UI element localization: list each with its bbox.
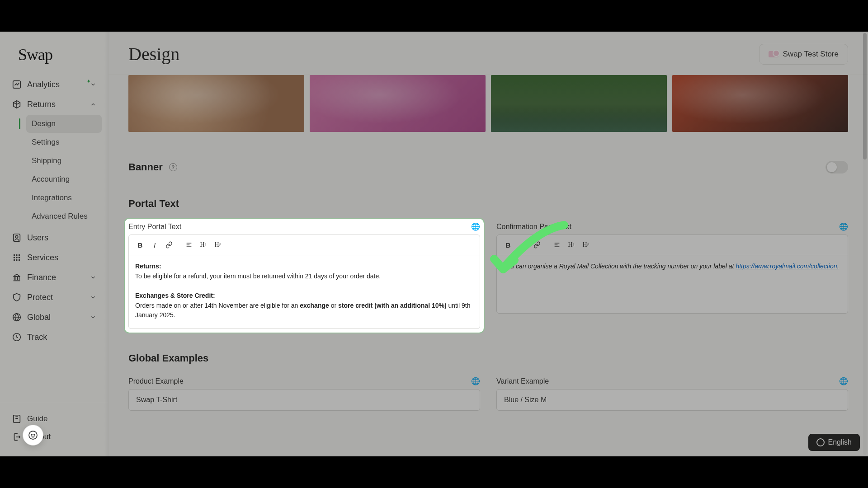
page-title: Design — [128, 43, 179, 65]
sidebar: Swap Analytics Returns — [0, 32, 108, 456]
main-content: Design Swap Test Store Banner ? Portal T… — [108, 32, 868, 456]
product-example-column: Product Example 🌐 — [128, 377, 480, 411]
exchanges-text: Orders made on or after 14th November ar… — [135, 302, 300, 309]
footer-logout[interactable]: Logout — [6, 428, 102, 446]
svg-point-23 — [34, 434, 35, 435]
scrollbar[interactable] — [863, 33, 867, 455]
field-label: Product Example — [128, 377, 184, 385]
globe-icon — [12, 312, 22, 322]
chevron-down-icon — [90, 294, 96, 300]
primary-nav: Analytics Returns Design Set — [0, 75, 108, 347]
field-label: Confirmation Page Text — [496, 223, 571, 231]
subnav-shipping[interactable]: Shipping — [26, 152, 102, 170]
h1-button[interactable]: H1 — [197, 239, 210, 251]
svg-point-7 — [16, 257, 18, 258]
banner-toggle[interactable] — [826, 161, 848, 174]
nav-label: Global — [27, 313, 85, 322]
guide-icon — [12, 414, 22, 424]
svg-point-4 — [16, 254, 18, 256]
banner-image[interactable] — [491, 75, 667, 132]
services-icon — [12, 253, 22, 263]
translate-icon[interactable]: 🌐 — [839, 377, 848, 385]
product-example-input[interactable] — [128, 389, 480, 411]
nav-users[interactable]: Users — [6, 228, 102, 247]
returns-body: To be eligible for a refund, your item m… — [135, 272, 381, 280]
sidebar-footer: Guide Logout — [0, 402, 108, 456]
nav-label: Analytics — [27, 80, 85, 89]
returns-heading: Returns: — [135, 263, 161, 270]
svg-point-5 — [19, 254, 20, 256]
nav-finance[interactable]: Finance — [6, 268, 102, 287]
section-title: Banner — [128, 161, 163, 173]
nav-label: Track — [27, 333, 96, 342]
store-label: Swap Test Store — [783, 50, 839, 59]
subnav-integrations[interactable]: Integrations — [26, 189, 102, 207]
editor-content[interactable]: You can organise a Royal Mail Collection… — [497, 255, 848, 313]
confirmation-editor[interactable]: B I H1 H2 You can organise a Royal Mail … — [496, 235, 848, 314]
italic-button[interactable]: I — [148, 239, 161, 251]
banner-images — [128, 75, 848, 132]
subnav-accounting[interactable]: Accounting — [26, 170, 102, 188]
svg-point-10 — [16, 259, 18, 261]
banner-section-header: Banner ? — [128, 148, 848, 178]
nav-label: Users — [27, 233, 96, 243]
link-button[interactable] — [162, 239, 176, 251]
banner-image[interactable] — [310, 75, 486, 132]
h1-button[interactable]: H1 — [565, 239, 578, 251]
nav-global[interactable]: Global — [6, 308, 102, 327]
variant-example-input[interactable] — [496, 389, 848, 411]
logout-icon — [12, 432, 22, 442]
portal-text-section-header: Portal Text — [128, 178, 848, 214]
subnav-design[interactable]: Design — [26, 115, 102, 133]
svg-point-8 — [19, 257, 20, 258]
h2-button[interactable]: H2 — [579, 239, 593, 251]
confirmation-text-column: Confirmation Page Text 🌐 B I H1 H2 — [496, 222, 848, 329]
svg-point-9 — [14, 259, 15, 261]
h2-button[interactable]: H2 — [211, 239, 225, 251]
track-icon — [12, 332, 22, 342]
finance-icon — [12, 272, 22, 282]
nav-returns[interactable]: Returns — [6, 95, 102, 114]
protect-icon — [12, 292, 22, 302]
banner-image[interactable] — [672, 75, 848, 132]
svg-point-3 — [14, 254, 15, 256]
language-selector[interactable]: English — [808, 434, 860, 451]
entry-portal-editor[interactable]: B I H1 H2 Returns: To be eligible for a … — [128, 235, 480, 329]
field-label: Variant Example — [496, 377, 549, 385]
align-button[interactable] — [182, 239, 196, 251]
nav-label: Services — [27, 253, 96, 263]
svg-rect-14 — [14, 415, 20, 423]
royal-mail-link[interactable]: https://www.royalmail.com/collection. — [736, 263, 839, 270]
banner-image[interactable] — [128, 75, 304, 132]
chevron-down-icon — [90, 81, 96, 88]
nav-analytics[interactable]: Analytics — [6, 75, 102, 94]
info-icon[interactable]: ? — [169, 163, 177, 171]
store-selector[interactable]: Swap Test Store — [759, 44, 848, 65]
section-title: Global Examples — [128, 352, 208, 364]
translate-icon[interactable]: 🌐 — [471, 222, 480, 231]
exchanges-heading: Exchanges & Store Credit: — [135, 292, 215, 299]
translate-icon[interactable]: 🌐 — [471, 377, 480, 385]
returns-subnav: Design Settings Shipping Accounting Inte… — [6, 115, 102, 225]
nav-track[interactable]: Track — [6, 328, 102, 347]
footer-guide[interactable]: Guide — [6, 410, 102, 427]
subnav-advanced-rules[interactable]: Advanced Rules — [26, 207, 102, 225]
editor-content[interactable]: Returns: To be eligible for a refund, yo… — [129, 255, 480, 328]
bold-button[interactable]: B — [133, 239, 147, 251]
bold-button[interactable]: B — [501, 239, 515, 251]
analytics-icon — [12, 80, 22, 89]
users-icon — [12, 233, 22, 243]
nav-protect[interactable]: Protect — [6, 288, 102, 307]
align-button[interactable] — [550, 239, 564, 251]
help-chat-button[interactable] — [23, 425, 43, 446]
nav-services[interactable]: Services — [6, 248, 102, 267]
section-title: Portal Text — [128, 198, 179, 210]
editor-toolbar: B I H1 H2 — [129, 235, 480, 255]
italic-button[interactable]: I — [516, 239, 529, 251]
nav-label: Guide — [27, 414, 96, 423]
translate-icon[interactable]: 🌐 — [839, 222, 848, 231]
link-button[interactable] — [530, 239, 544, 251]
subnav-settings[interactable]: Settings — [26, 133, 102, 151]
logo: Swap — [0, 32, 108, 75]
store-swatch-icon — [769, 51, 778, 57]
